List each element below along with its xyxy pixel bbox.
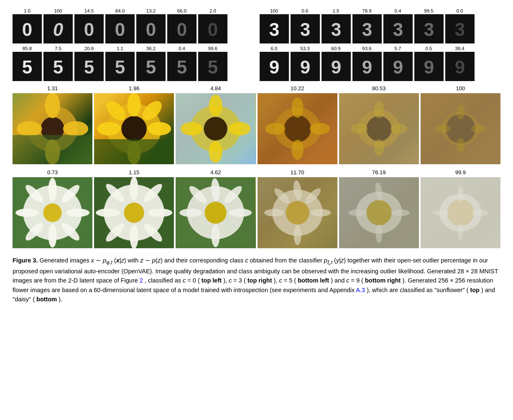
svg-point-102	[43, 204, 61, 222]
sunflower-img-3	[176, 93, 255, 164]
score-c3-5: 0.4	[383, 8, 413, 13]
sunflower-label-1: 1.31	[13, 85, 92, 92]
score-c0-1: 1.0	[13, 8, 42, 13]
digit-c0-6: 0	[167, 14, 197, 43]
caption-c-eq-9: c	[346, 277, 349, 284]
caption-top-left: top left	[202, 277, 222, 284]
score-c5-4: 1.1	[105, 46, 135, 51]
digit-c9-3: 9	[322, 52, 351, 81]
caption-z-1: z	[121, 257, 124, 264]
svg-text:5: 5	[53, 57, 63, 77]
svg-text:0: 0	[22, 19, 32, 40]
svg-rect-62	[13, 135, 92, 164]
caption-eq-5: = 5 (	[284, 277, 296, 284]
svg-point-151	[457, 223, 463, 240]
score-c3-4: 78.9	[352, 8, 382, 13]
caption-p-xi: p	[324, 257, 327, 264]
sunflower-label-6: 100	[421, 85, 500, 92]
caption-c: c	[245, 257, 248, 264]
caption-tilde-2: ∼	[145, 257, 152, 264]
score-c3-7: 0.0	[445, 8, 475, 13]
svg-text:3: 3	[362, 19, 372, 40]
mnist-c0: 1.0 100 14.5 84.0 13.2 66.0 2.0 0 0 0 0 …	[13, 8, 254, 43]
mnist-c9-scores: 6.0 53.3 60.9 93.6 5.7 0.5 38.4	[260, 46, 501, 51]
svg-text:9: 9	[454, 57, 465, 77]
score-c0-6: 66.0	[167, 8, 197, 13]
mnist-c0-digits: 0 0 0 0 0 0 0	[13, 14, 254, 43]
sunflower-label-4: 10.22	[258, 85, 337, 92]
caption-top: top	[470, 287, 480, 293]
svg-point-74	[204, 117, 227, 140]
sunflower-img-1	[13, 93, 92, 164]
score-c3-2: 0.6	[291, 8, 320, 13]
sunflower-images	[13, 93, 500, 164]
caption-sub-xi: ξ,t	[327, 260, 332, 265]
digit-c0-5: 0	[136, 14, 166, 43]
svg-point-152	[432, 210, 449, 216]
caption-bottom-right: bottom right	[365, 277, 401, 284]
svg-point-114	[130, 177, 138, 201]
caption-formula-x: x	[91, 257, 94, 264]
svg-text:0: 0	[115, 19, 125, 40]
caption-paren-close: )	[124, 257, 126, 264]
svg-point-76	[209, 141, 222, 163]
svg-point-128	[229, 209, 252, 217]
svg-point-145	[348, 209, 367, 216]
caption-text-7: ).	[402, 277, 408, 284]
caption-with: with	[128, 257, 140, 264]
svg-point-126	[212, 224, 220, 247]
svg-point-82	[291, 98, 303, 118]
svg-point-83	[291, 140, 303, 160]
svg-point-106	[66, 209, 89, 217]
caption-text-3: obtained from the classifier	[250, 257, 324, 264]
svg-text:5: 5	[146, 57, 156, 77]
svg-text:0: 0	[53, 19, 64, 40]
score-c5-5: 36.2	[136, 46, 166, 51]
digit-c5-2: 5	[43, 52, 73, 81]
sunflower-section: 1.31 1.96 4.84 10.22 80.53 100	[13, 85, 500, 164]
caption-comma-1: ),	[223, 277, 229, 284]
svg-point-68	[148, 122, 171, 135]
svg-point-90	[374, 139, 384, 156]
svg-point-99	[471, 125, 486, 133]
score-c3-6: 99.5	[414, 8, 444, 13]
svg-text:0: 0	[208, 19, 218, 40]
digit-c3-2: 3	[291, 14, 320, 43]
caption-pz-z: z	[158, 257, 161, 264]
svg-point-142	[366, 200, 391, 225]
caption-text-8: ), which are classified as "sunflower" (	[367, 287, 468, 293]
daisy-images	[13, 177, 500, 248]
daisy-labels: 0.73 1.15 4.62 11.70 76.19 99.9	[13, 169, 500, 176]
score-c0-2: 100	[43, 8, 73, 13]
daisy-label-6: 99.9	[421, 169, 500, 176]
daisy-section: 0.73 1.15 4.62 11.70 76.19 99.9	[13, 169, 500, 248]
caption-fig2-link: 2	[140, 277, 143, 284]
svg-point-144	[375, 224, 382, 243]
svg-point-127	[179, 209, 202, 217]
svg-point-133	[286, 201, 309, 224]
svg-text:0: 0	[177, 19, 187, 40]
svg-point-61	[63, 121, 88, 136]
svg-point-98	[435, 125, 450, 133]
caption-eq-0: = 0 (	[187, 277, 199, 284]
score-c9-7: 38.4	[445, 46, 475, 51]
svg-point-84	[265, 123, 285, 135]
svg-point-91	[351, 124, 368, 134]
digit-c3-1: 3	[260, 14, 289, 43]
mnist-c5-scores: 85.8 7.5 20.8 1.1 36.2 0.4 99.6	[13, 46, 254, 51]
caption-appendix-link: A.3	[356, 287, 365, 293]
svg-point-116	[96, 209, 120, 217]
daisy-label-2: 1.15	[94, 169, 174, 176]
svg-point-58	[45, 93, 60, 118]
caption-text-2: and their corresponding class	[164, 257, 245, 264]
digit-c5-3: 5	[74, 52, 104, 81]
caption-sub-phi: φ,t	[106, 260, 112, 265]
svg-text:3: 3	[300, 19, 310, 40]
caption-c-eq-3: c	[229, 277, 232, 284]
daisy-img-3	[176, 177, 255, 248]
daisy-label-3: 4.62	[176, 169, 255, 176]
caption-c-eq-0: c	[183, 277, 186, 284]
mnist-c3-digits: 3 3 3 3 3 3 3	[260, 14, 501, 43]
mnist-c0-scores: 1.0 100 14.5 84.0 13.2 66.0 2.0	[13, 8, 254, 13]
svg-point-96	[456, 104, 465, 120]
